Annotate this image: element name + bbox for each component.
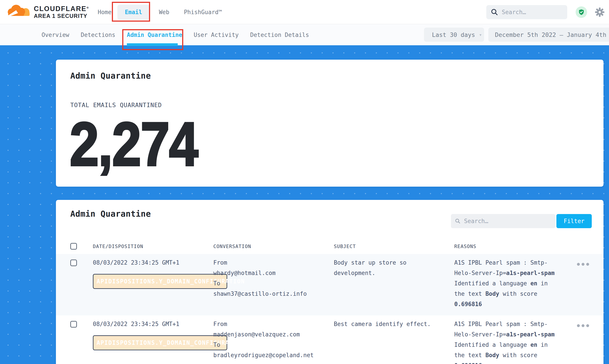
to-address: shawn37@castillo-ortiz.info — [213, 289, 334, 299]
cloudflare-cloud-icon — [6, 2, 32, 21]
settings-button[interactable] — [595, 7, 605, 18]
to-label: To — [213, 278, 334, 289]
column-header-conversation: CONVERSATION — [213, 244, 334, 249]
disposition-badge: APIDISPOSITIONS.Y_DOMAIN_CONFIGURATION — [93, 335, 227, 350]
table-search[interactable] — [451, 214, 555, 228]
annotation-box-admin-quarantine — [122, 29, 183, 50]
nav-item-home[interactable]: Home — [95, 9, 114, 15]
cloudflare-logo[interactable]: CLOUDFLARE® AREA 1 SECURITY — [6, 2, 89, 21]
annotation-box-email — [112, 2, 150, 22]
registered-mark: ® — [87, 6, 89, 9]
shield-check-icon — [578, 9, 585, 15]
global-search[interactable] — [486, 5, 567, 19]
email-sub-navigation: Overview Detections Admin Quarantine Use… — [0, 24, 609, 45]
tab-detections[interactable]: Detections — [81, 24, 115, 45]
row-reasons: A1S IPBL Pearl spam : Smtp-Helo-Server-I… — [454, 258, 560, 315]
row-conversation: From whardy@hotmail.com To shawn37@casti… — [213, 258, 334, 315]
from-label: From — [213, 319, 334, 329]
period-label: Last 30 days — [432, 31, 475, 38]
tab-detection-details[interactable]: Detection Details — [250, 24, 309, 45]
column-header-reasons: REASONS — [454, 244, 560, 249]
global-search-input[interactable] — [502, 9, 563, 15]
from-address: maddenjason@velazquez.com — [213, 329, 334, 340]
from-label: From — [213, 258, 334, 268]
table-row[interactable]: 08/03/2022 23:34:25 GMT+1 APIDISPOSITION… — [56, 315, 603, 364]
tab-overview[interactable]: Overview — [41, 24, 69, 45]
summary-card-title: Admin Quarantine — [70, 71, 151, 81]
brand-subtitle: AREA 1 SECURITY — [34, 13, 89, 19]
gear-icon — [595, 7, 605, 17]
quarantine-table-card: Admin Quarantine Filter DATE/DISPOSITION… — [56, 200, 603, 364]
row-conversation: From maddenjason@velazquez.com To bradle… — [213, 319, 334, 364]
table-search-input[interactable] — [464, 218, 551, 224]
period-dropdown[interactable]: Last 30 days ▾ — [424, 28, 484, 42]
row-subject: Body star up store so development. — [334, 258, 454, 315]
caret-down-icon: ▾ — [479, 32, 482, 38]
select-all-checkbox[interactable] — [70, 243, 77, 250]
row-checkbox[interactable] — [70, 321, 77, 327]
table-body: 08/03/2022 23:34:25 GMT+1 APIDISPOSITION… — [56, 254, 603, 364]
row-date: 08/03/2022 23:34:25 GMT+1 — [93, 258, 213, 268]
from-address: whardy@hotmail.com — [213, 268, 334, 278]
column-header-subject: SUBJECT — [334, 244, 454, 249]
date-range-display[interactable]: December 5th 2022 — January 4th 2023 — [488, 28, 609, 42]
row-subject: Best camera identify effect. — [334, 319, 454, 364]
metric-value: 2,274 — [70, 113, 198, 175]
top-navigation: CLOUDFLARE® AREA 1 SECURITY Home Email W… — [0, 0, 609, 24]
filter-button[interactable]: Filter — [556, 214, 592, 228]
brand-text: CLOUDFLARE® AREA 1 SECURITY — [34, 4, 89, 19]
to-address: bradleyrodriguez@copeland.net — [213, 350, 334, 361]
row-reasons: A1S IPBL Pearl spam : Smtp-Helo-Server-I… — [454, 319, 560, 364]
summary-card: Admin Quarantine TOTAL EMAILS QUARANTINE… — [56, 60, 603, 187]
column-header-date-disposition: DATE/DISPOSITION — [93, 244, 213, 249]
table-row[interactable]: 08/03/2022 23:34:25 GMT+1 APIDISPOSITION… — [56, 254, 603, 315]
search-icon — [491, 8, 498, 16]
to-label: To — [213, 340, 334, 350]
metric-label: TOTAL EMAILS QUARANTINED — [70, 102, 162, 108]
nav-item-phishguard[interactable]: PhishGuard™ — [181, 9, 225, 15]
security-status-button[interactable] — [576, 6, 587, 18]
table-card-title: Admin Quarantine — [70, 209, 151, 219]
page-background: Admin Quarantine TOTAL EMAILS QUARANTINE… — [0, 45, 609, 364]
app-root: CLOUDFLARE® AREA 1 SECURITY Home Email W… — [0, 0, 609, 364]
row-date: 08/03/2022 23:34:25 GMT+1 — [93, 319, 213, 329]
search-icon — [455, 218, 460, 224]
disposition-badge: APIDISPOSITIONS.Y_DOMAIN_CONFIGURATION — [93, 274, 227, 289]
tab-user-activity[interactable]: User Activity — [194, 24, 239, 45]
brand-name: CLOUDFLARE — [34, 5, 87, 13]
row-checkbox[interactable] — [70, 260, 77, 266]
nav-item-web[interactable]: Web — [156, 9, 172, 15]
table-header-row: DATE/DISPOSITION CONVERSATION SUBJECT RE… — [56, 239, 603, 254]
row-more-actions-button[interactable] — [577, 263, 589, 266]
row-more-actions-button[interactable] — [577, 324, 589, 327]
